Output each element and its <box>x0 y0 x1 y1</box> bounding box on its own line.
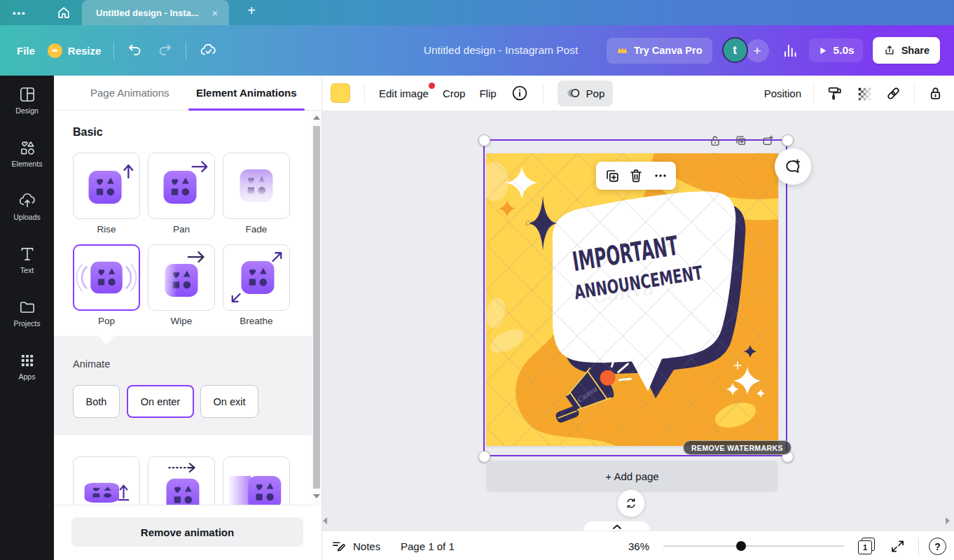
breathe-animation-icon <box>223 244 289 311</box>
animation-rise[interactable]: Rise <box>73 153 140 234</box>
projects-icon <box>18 298 36 316</box>
zoom-slider-handle[interactable] <box>736 541 746 551</box>
animations-panel: Page Animations Element Animations Basic… <box>54 76 322 560</box>
show-pages-tab[interactable] <box>583 522 650 531</box>
add-comment-button[interactable] <box>775 148 811 185</box>
animation-breathe[interactable]: Breathe <box>223 244 290 326</box>
sidebar-item-elements[interactable]: Elements <box>0 139 54 169</box>
flip-button[interactable]: Flip <box>479 88 496 99</box>
home-button[interactable] <box>55 4 73 21</box>
copy-style-button[interactable] <box>826 85 843 102</box>
info-button[interactable] <box>511 84 529 102</box>
help-button[interactable]: ? <box>929 538 946 555</box>
apps-icon <box>18 351 36 370</box>
resize-button[interactable]: Resize <box>48 43 102 58</box>
animation-fade[interactable]: Fade <box>223 153 290 234</box>
add-member-button[interactable]: + <box>746 39 769 62</box>
remove-animation-button[interactable]: Remove animation <box>71 517 303 547</box>
account-area: + t <box>722 36 771 64</box>
animation-card-fade[interactable] <box>223 153 290 219</box>
panel-scrollbar-thumb[interactable] <box>313 126 320 489</box>
tab-element-animations[interactable]: Element Animations <box>188 76 305 110</box>
fullscreen-button[interactable] <box>890 538 906 554</box>
delete-element-button[interactable] <box>628 167 644 184</box>
redo-button[interactable] <box>156 42 173 59</box>
sidebar-item-apps[interactable]: Apps <box>0 351 54 382</box>
add-page-above-button[interactable] <box>760 133 775 148</box>
window-menu-icon[interactable]: ••• <box>13 0 27 25</box>
avatar[interactable]: t <box>722 37 748 63</box>
animation-pop[interactable]: Pop <box>73 244 140 326</box>
animate-option-both[interactable]: Both <box>73 385 120 418</box>
duplicate-page-button[interactable] <box>733 133 749 148</box>
design-page[interactable]: IMPORTANT ANNOUNCEMENT Canva Canva <box>486 153 778 446</box>
animation-card-pan[interactable] <box>148 153 215 219</box>
browser-tab[interactable]: Untitled design - Insta... × <box>82 0 229 25</box>
sidebar-item-text[interactable]: Text <box>0 245 54 276</box>
animate-option-on-enter[interactable]: On enter <box>127 385 194 418</box>
wipe-animation-icon <box>148 244 214 311</box>
more-options-button[interactable] <box>652 167 669 184</box>
hscroll-left-arrow-icon[interactable] <box>323 517 327 524</box>
animation-pan[interactable]: Pan <box>148 153 215 234</box>
scroll-up-arrow-icon[interactable] <box>313 115 320 120</box>
undo-button[interactable] <box>127 42 144 59</box>
browser-bar: ••• Untitled design - Insta... × + <box>0 0 954 25</box>
edit-image-button[interactable]: Edit image <box>379 88 429 99</box>
zoom-value: 36% <box>628 531 649 560</box>
try-canva-pro-button[interactable]: Try Canva Pro <box>607 38 712 64</box>
lock-page-button[interactable] <box>707 133 723 148</box>
pop-animation-icon <box>566 85 581 101</box>
sidebar-item-uploads[interactable]: Uploads <box>0 192 54 223</box>
element-toolbar <box>596 162 676 190</box>
position-button[interactable]: Position <box>764 88 801 99</box>
add-page-button[interactable]: + Add page <box>486 461 778 492</box>
crop-button[interactable]: Crop <box>443 88 466 99</box>
insights-button[interactable] <box>781 41 799 59</box>
scroll-down-arrow-icon[interactable] <box>313 494 320 498</box>
document-title[interactable]: Untitled design - Instagram Post <box>389 25 613 76</box>
remove-watermarks-button[interactable]: REMOVE WATERMARKS <box>683 440 791 455</box>
divider <box>186 41 186 59</box>
sync-button[interactable] <box>617 489 645 517</box>
editor-header: File Resize Untitled design - Instagram … <box>0 25 954 76</box>
animation-wipe[interactable]: Wipe <box>148 244 215 326</box>
animation-card-wipe[interactable] <box>148 244 215 311</box>
hscroll-right-arrow-icon[interactable] <box>946 517 950 524</box>
home-icon <box>56 5 71 20</box>
notification-dot <box>429 83 435 89</box>
animation-card-rise[interactable] <box>73 153 140 219</box>
notes-icon[interactable] <box>331 538 347 554</box>
refresh-icon <box>624 496 638 510</box>
crown-icon <box>616 46 628 56</box>
animate-option-on-exit[interactable]: On exit <box>200 385 258 418</box>
tab-page-animations[interactable]: Page Animations <box>71 76 188 110</box>
share-button[interactable]: Share <box>873 37 940 64</box>
sidebar-item-projects[interactable]: Projects <box>0 298 54 329</box>
pop-selected-icon <box>74 246 139 309</box>
divider <box>813 83 814 103</box>
file-menu[interactable]: File <box>17 45 35 57</box>
link-button[interactable] <box>885 85 902 102</box>
duplicate-element-button[interactable] <box>604 167 621 184</box>
color-swatch[interactable] <box>331 83 350 103</box>
resize-handle-topleft[interactable] <box>478 134 490 146</box>
share-icon <box>883 44 896 57</box>
preview-duration-button[interactable]: 5.0s <box>809 38 863 62</box>
resize-handle-topright[interactable] <box>782 134 794 146</box>
text-icon <box>18 245 36 263</box>
animation-pop-button[interactable]: Pop <box>558 80 614 106</box>
page-indicator: Page 1 of 1 <box>401 531 455 560</box>
pages-view-button[interactable]: 1 <box>858 538 876 555</box>
animation-card-breathe[interactable] <box>223 244 290 311</box>
pro-crown-icon <box>48 43 62 58</box>
notes-button[interactable]: Notes <box>353 531 380 560</box>
new-tab-button[interactable]: + <box>242 3 261 19</box>
transparency-button[interactable] <box>855 85 873 102</box>
animation-card-pop-selected[interactable] <box>73 244 140 311</box>
tab-close-icon[interactable]: × <box>209 7 221 19</box>
sidebar-item-design[interactable]: Design <box>0 85 54 116</box>
lock-button[interactable] <box>927 85 944 102</box>
panel-footer: Remove animation <box>54 505 322 560</box>
zoom-slider[interactable] <box>663 545 844 547</box>
